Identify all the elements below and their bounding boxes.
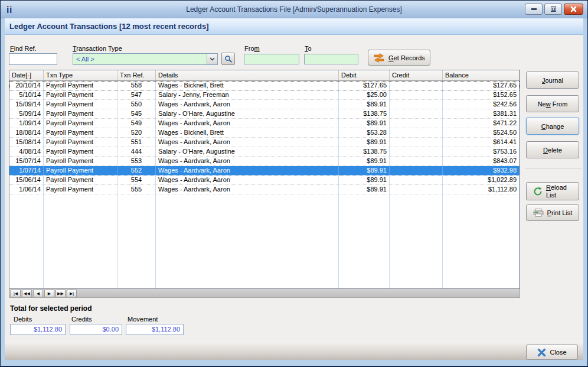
record-navigator: |◀◀◀◀▶▶▶▶| xyxy=(9,289,520,298)
cell-date: 5/09/14 xyxy=(9,109,44,118)
cell-balance: $753.16 xyxy=(443,147,520,156)
cell-txn-ref: 551 xyxy=(117,138,156,147)
table-filler xyxy=(9,194,520,288)
col-header-txn-ref[interactable]: Txn Ref. xyxy=(117,70,156,80)
table-row[interactable]: 15/06/14 Payroll Payment 554 Wages - Aar… xyxy=(9,176,520,185)
cell-details: Wages - Aardvark, Aaron xyxy=(156,176,339,184)
movement-label: Movement xyxy=(128,316,158,323)
side-panel-separator xyxy=(525,168,582,169)
cell-balance: $614.41 xyxy=(443,138,520,147)
cell-credit xyxy=(390,128,443,137)
get-records-label: Get Records xyxy=(388,54,425,61)
cell-txn-type: Payroll Payment xyxy=(44,185,117,194)
nav-next-record-button[interactable]: ▶ xyxy=(44,290,54,297)
to-date-input[interactable] xyxy=(304,54,358,64)
dropdown-arrow-button[interactable] xyxy=(207,54,217,64)
from-date-input[interactable] xyxy=(244,54,299,64)
table-row[interactable]: 15/09/14 Payroll Payment 550 Wages - Aar… xyxy=(9,100,520,109)
window-controls xyxy=(525,4,583,15)
table-row[interactable]: 5/10/14 Payroll Payment 547 Salary - Jen… xyxy=(9,90,520,100)
close-icon xyxy=(570,6,577,12)
cell-date: 15/07/14 xyxy=(9,157,44,165)
minimize-button[interactable] xyxy=(525,4,543,15)
cell-balance: $1,112.80 xyxy=(443,185,520,194)
cell-date: 15/06/14 xyxy=(9,176,44,184)
col-header-details[interactable]: Details xyxy=(156,70,339,80)
window: Ledger Account Transactions File [Admin/… xyxy=(0,0,588,367)
col-header-credit[interactable]: Credit xyxy=(390,70,443,80)
col-header-date[interactable]: Date[-] xyxy=(9,70,44,80)
cell-details: Wages - Aardvark, Aaron xyxy=(156,185,339,194)
page-title: Ledger Account Transactions [12 most rec… xyxy=(5,18,583,31)
nav-first-record-button[interactable]: |◀ xyxy=(11,290,21,297)
cell-details: Wages - Aardvark, Aaron xyxy=(156,119,339,128)
cell-details: Wages - Aardvark, Aaron xyxy=(156,100,339,109)
nav-last-record-button[interactable]: ▶| xyxy=(67,290,77,297)
cell-date: 1/09/14 xyxy=(9,119,44,128)
cell-credit xyxy=(390,176,443,184)
cell-debit: $138.75 xyxy=(339,147,390,156)
cell-details: Salary - O'Hare, Augustine xyxy=(156,147,339,156)
cell-debit: $138.75 xyxy=(339,109,390,118)
table-body: 20/10/14 Payroll Payment 558 Wages - Bic… xyxy=(9,81,520,194)
nav-rewind-button[interactable]: ◀◀ xyxy=(22,290,32,297)
close-x-icon xyxy=(537,348,546,357)
cell-credit xyxy=(390,81,443,90)
table-row[interactable]: 15/07/14 Payroll Payment 553 Wages - Aar… xyxy=(9,157,520,166)
maximize-button[interactable] xyxy=(544,4,562,15)
cell-txn-ref: 554 xyxy=(117,176,156,184)
col-header-debit[interactable]: Debit xyxy=(339,70,390,80)
transaction-type-select[interactable]: < All > xyxy=(73,53,218,65)
cell-details: Salary - Jenny, Freeman xyxy=(156,90,339,99)
cell-details: Wages - Aardvark, Aaron xyxy=(156,138,339,147)
cell-txn-type: Payroll Payment xyxy=(44,166,117,175)
journal-button[interactable]: Journal xyxy=(526,72,579,89)
credits-total-value: $0.00 xyxy=(70,324,122,335)
search-icon xyxy=(224,55,233,63)
table-row[interactable]: 1/09/14 Payroll Payment 549 Wages - Aard… xyxy=(9,119,520,128)
cell-txn-ref: 545 xyxy=(117,109,156,118)
cell-details: Salary - O'Hare, Augustine xyxy=(156,109,339,118)
to-label: To xyxy=(305,45,312,52)
cell-credit xyxy=(390,138,443,147)
cell-balance: $843.07 xyxy=(443,157,520,165)
nav-previous-record-button[interactable]: ◀ xyxy=(33,290,43,297)
search-type-button[interactable] xyxy=(221,53,235,65)
cell-txn-type: Payroll Payment xyxy=(44,90,117,99)
change-button[interactable]: Change xyxy=(526,118,579,135)
get-records-button[interactable]: Get Records xyxy=(368,50,430,66)
close-button[interactable]: Close xyxy=(526,345,578,360)
printer-icon xyxy=(533,209,544,217)
cell-details: Wages - Aardvark, Aaron xyxy=(156,166,339,175)
table-row[interactable]: 1/07/14 Payroll Payment 552 Wages - Aard… xyxy=(9,166,520,176)
table-row[interactable]: 18/08/14 Payroll Payment 520 Wages - Bic… xyxy=(9,128,520,138)
cell-date: 15/08/14 xyxy=(9,138,44,147)
table-header: Date[-] Txn Type Txn Ref. Details Debit … xyxy=(9,70,520,81)
table-row[interactable]: 5/09/14 Payroll Payment 545 Salary - O'H… xyxy=(9,109,520,119)
totals-title: Total for selected period xyxy=(10,304,92,313)
nav-fast-forward-button[interactable]: ▶▶ xyxy=(55,290,66,297)
cell-txn-type: Payroll Payment xyxy=(44,138,117,147)
cell-debit: $53.28 xyxy=(339,128,390,137)
delete-button[interactable]: Delete xyxy=(526,141,579,158)
print-list-button[interactable]: Print List xyxy=(526,204,579,221)
cell-debit: $89.91 xyxy=(339,119,390,128)
table-row[interactable]: 1/06/14 Payroll Payment 555 Wages - Aard… xyxy=(9,185,520,194)
reload-icon xyxy=(533,187,543,196)
cell-txn-type: Payroll Payment xyxy=(44,176,117,184)
chevron-down-icon xyxy=(210,57,215,61)
table-row[interactable]: 20/10/14 Payroll Payment 558 Wages - Bic… xyxy=(9,81,520,90)
close-window-button[interactable] xyxy=(564,4,583,15)
cell-txn-type: Payroll Payment xyxy=(44,100,117,109)
table-row[interactable]: 15/08/14 Payroll Payment 551 Wages - Aar… xyxy=(9,138,520,147)
col-header-txn-type[interactable]: Txn Type xyxy=(44,70,117,80)
cell-debit: $89.91 xyxy=(339,100,390,109)
movement-total-value: $1,112.80 xyxy=(126,324,184,335)
col-header-balance[interactable]: Balance xyxy=(443,70,520,80)
cell-balance: $471.22 xyxy=(443,119,520,128)
find-ref-input[interactable] xyxy=(9,53,57,65)
new-from-button[interactable]: New From xyxy=(526,95,579,112)
cell-txn-ref: 553 xyxy=(117,157,156,165)
reload-list-button[interactable]: Reload List xyxy=(526,182,579,200)
table-row[interactable]: 4/08/14 Payroll Payment 444 Salary - O'H… xyxy=(9,147,520,157)
